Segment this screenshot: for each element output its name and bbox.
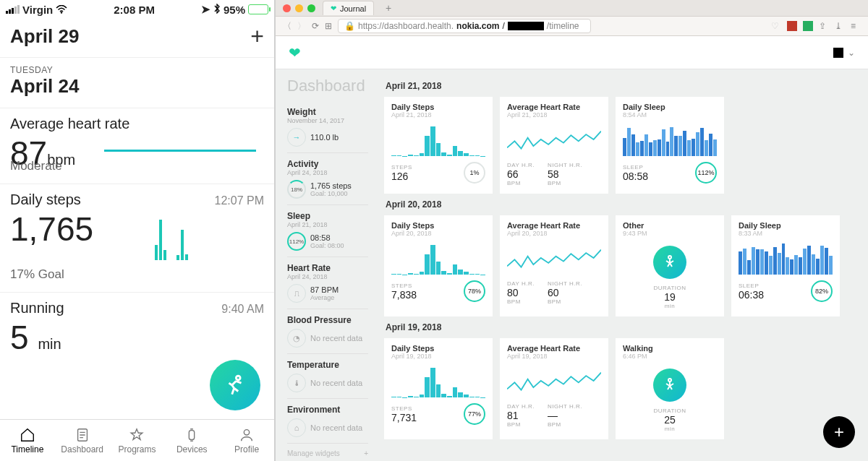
browser-tab[interactable]: ❤Journal [323,1,374,15]
widget-blood-pressure[interactable]: Blood Pressure ◔No recent data [287,309,368,354]
activity-icon [653,246,686,279]
widget-weight[interactable]: Weight November 14, 2017 →110.0 lb [287,101,368,153]
add-fab[interactable]: + [823,416,855,448]
ext-icon[interactable] [803,21,813,31]
widget-activity[interactable]: Activity April 24, 2018 18%1,765 stepsGo… [287,153,368,205]
card-row: Daily StepsApril 21, 2018STEPS1261%Avera… [384,97,858,194]
card-date: 6:46 PM [623,353,717,360]
widget-date: April 24, 2018 [287,169,368,176]
back-button[interactable]: 〈 [283,20,292,33]
app-top-bar: ❤ ⌄ [276,36,868,69]
heart-rate-card[interactable]: Average heart rate 87bpm Moderate [0,108,274,184]
window-controls[interactable] [283,4,315,12]
card-date: 8:54 AM [623,111,717,119]
svg-point-1 [236,376,240,380]
location-icon: ➤ [201,3,210,16]
steps-value: 7,838 [391,289,417,301]
svg-point-5 [668,256,671,259]
organize-heatmap[interactable]: Organize your heatmap▦ [287,457,368,461]
label: DAY H.R. [507,162,535,168]
ext-icon[interactable]: ⤓ [835,21,845,31]
card-hr[interactable]: Average Heart RateApril 20, 2018DAY H.R.… [500,215,608,316]
pulse-icon: ⎍ [287,284,306,303]
apps-icon[interactable]: ⊞ [325,21,332,31]
address-bar[interactable]: 🔒 https://dashboard.health.nokia.com//ti… [338,19,591,33]
progress-ring: 1% [464,162,485,184]
tab-label: Programs [118,444,156,454]
heart-icon[interactable]: ♡ [771,21,781,31]
carrier-label: Virgin [22,4,53,16]
menu-icon[interactable]: ≡ [851,21,861,31]
label: SLEEP [739,283,764,289]
card-date: April 21, 2018 [507,111,601,119]
widget-goal: Goal: 10,000 [310,190,352,197]
maximize-icon[interactable] [307,4,315,12]
card-date: 9:43 PM [623,230,717,237]
tab-label: Timeline [11,444,43,454]
sleep-chart [739,241,833,275]
clock: 2:08 PM [114,4,155,16]
day-hr: 80 [507,287,535,298]
label: DAY H.R. [507,403,535,410]
card-steps[interactable]: Daily StepsApril 19, 2018STEPS7,73177% [384,338,493,439]
widget-heart-rate[interactable]: Heart Rate April 24, 2018 ⎍87 BPMAverage [287,257,368,309]
card-activity[interactable]: Walking6:46 PMDURATION25min [616,338,724,439]
svg-point-4 [244,429,249,434]
tab-devices[interactable]: Devices [164,420,219,461]
card-sleep[interactable]: Daily Sleep8:33 AMSLEEP06:3882% [731,215,840,316]
browser-window: ❤Journal + 〈 〉 ⟳ ⊞ 🔒 https://dashboard.h… [276,0,868,461]
widget-title: Blood Pressure [287,315,368,325]
dashboard-sidebar: Dashboard Weight November 14, 2017 →110.… [276,36,377,461]
card-date: April 19, 2018 [391,353,485,360]
reload-button[interactable]: ⟳ [312,21,319,31]
tab-dashboard[interactable]: Dashboard [55,420,110,461]
duration-value: 25 [653,414,686,426]
steps-card[interactable]: Daily steps 12:07 PM 1,765 17% Goal [0,184,274,292]
label: DURATION [653,285,686,291]
tab-timeline[interactable]: Timeline [0,420,55,461]
widget-temperature[interactable]: Temperature 🌡No recent data [287,354,368,399]
user-menu[interactable]: ⌄ [833,48,855,58]
tab-profile[interactable]: Profile [219,420,274,461]
card-title: Daily Sleep [623,103,717,111]
tab-label: Devices [176,444,208,454]
widget-environment[interactable]: Environment ⌂No recent data [287,399,368,444]
add-icon[interactable]: + [250,23,264,50]
card-steps[interactable]: Daily StepsApril 21, 2018STEPS1261% [384,97,493,194]
chevron-down-icon: ⌄ [848,48,855,58]
running-card[interactable]: Running 9:40 AM 5 min [0,292,274,364]
hr-title: Average heart rate [10,116,264,132]
battery-icon [248,4,268,14]
widget-value: No recent data [310,423,362,432]
steps-chart [391,241,485,275]
card-hr[interactable]: Average Heart RateApril 21, 2018DAY H.R.… [500,97,608,194]
close-icon[interactable] [283,4,291,12]
widget-sleep[interactable]: Sleep April 21, 2018 112%08:58Goal: 08:0… [287,205,368,257]
heart-logo-icon[interactable]: ❤ [289,44,301,61]
steps-time: 12:07 PM [215,194,264,207]
card-date: April 20, 2018 [507,230,601,237]
card-title: Daily Sleep [739,221,833,230]
minimize-icon[interactable] [295,4,303,12]
link-label: Manage widgets [287,449,340,457]
run-fab[interactable] [210,360,260,410]
ext-icon[interactable]: ⇪ [819,21,829,31]
hr-trend-line [104,150,256,152]
card-steps[interactable]: Daily StepsApril 20, 2018STEPS7,83878% [384,215,493,316]
night-hr: 58 [548,168,582,180]
forward-button[interactable]: 〉 [297,20,306,33]
card-sleep[interactable]: Daily Sleep8:54 AMSLEEP08:58112% [616,97,724,194]
arrow-icon: → [287,128,306,147]
card-activity[interactable]: Other9:43 PMDURATION19min [616,215,724,316]
card-title: Average Heart Rate [507,221,601,230]
card-hr[interactable]: Average Heart RateApril 19, 2018DAY H.R.… [500,338,608,439]
manage-widgets[interactable]: Manage widgets+ [287,444,368,457]
ext-icon[interactable] [787,21,797,31]
progress-ring: 78% [464,280,485,302]
tab-title: Journal [340,4,366,13]
day-hr: 66 [507,168,535,180]
thermometer-icon: 🌡 [287,374,306,392]
steps-bars [155,210,264,260]
new-tab-button[interactable]: + [381,2,396,14]
tab-programs[interactable]: Programs [110,420,165,461]
